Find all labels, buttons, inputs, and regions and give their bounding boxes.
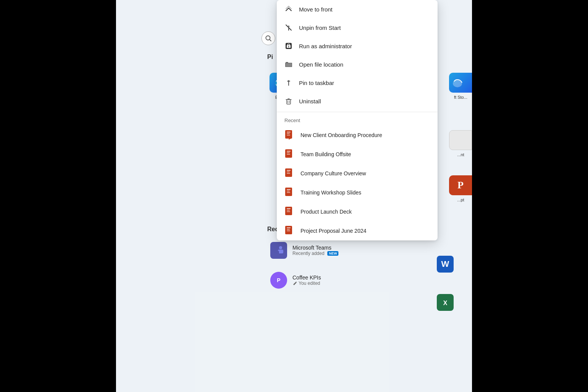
teams-icon <box>270 242 287 259</box>
search-svg <box>265 35 272 42</box>
recent-item-training-label: Training Workshop Slides <box>301 189 361 196</box>
recent-item-training[interactable]: Training Workshop Slides <box>277 183 438 202</box>
coffee-svg: P <box>274 275 284 285</box>
excel-svg: X <box>440 297 450 307</box>
pin-taskbar-icon <box>284 78 293 87</box>
context-menu: Move to front Unpin from Start <box>277 0 438 240</box>
unpin-start-label: Unpin from Start <box>299 24 341 31</box>
menu-separator <box>277 112 438 112</box>
search-icon[interactable] <box>261 31 275 45</box>
recent-item-team-building-label: Team Building Offsite <box>301 151 351 157</box>
screen: Pi Ec... <box>116 0 472 392</box>
run-admin-label: Run as administrator <box>299 43 352 49</box>
svg-point-14 <box>275 247 279 250</box>
ppt-file-svg-5 <box>284 206 295 217</box>
svg-rect-45 <box>285 188 292 196</box>
uninstall-label: Uninstall <box>299 98 321 105</box>
menu-item-run-admin[interactable]: Run as administrator <box>277 37 438 55</box>
recent-item-new-client[interactable]: P New Client Onboarding Procedure <box>277 126 438 145</box>
open-file-icon <box>284 60 293 69</box>
partial-right-icon-2 <box>449 130 472 150</box>
coffee-icon: P <box>270 272 287 289</box>
open-file-label: Open file location <box>299 61 343 68</box>
partial-right-icon-3: P <box>449 175 472 195</box>
svg-rect-41 <box>285 168 292 177</box>
partial-right-label-3: ...pt <box>450 198 471 202</box>
ppt-file-svg-1: P <box>284 130 295 140</box>
coffee-name: Coffee KPIs <box>292 274 321 281</box>
trash-svg <box>285 97 292 105</box>
menu-item-uninstall[interactable]: Uninstall <box>277 92 438 110</box>
svg-rect-46 <box>287 189 291 190</box>
svg-rect-43 <box>287 172 290 172</box>
recent-item-team-building[interactable]: Team Building Offsite <box>277 145 438 164</box>
pin-svg <box>285 79 292 87</box>
svg-rect-34 <box>287 133 290 134</box>
ppt-file-icon-2 <box>284 149 295 160</box>
ppt-file-svg-3 <box>284 168 295 179</box>
ppt-file-svg-4 <box>284 187 295 198</box>
svg-rect-55 <box>287 229 290 230</box>
new-badge: NEW <box>327 251 338 256</box>
unpin-start-icon <box>284 23 293 32</box>
recent-item-project-proposal[interactable]: Project Proposal June 2024 <box>277 221 438 240</box>
shield-svg <box>285 42 292 50</box>
teams-sub: Recently added NEW <box>292 251 338 256</box>
move-to-front-icon <box>284 5 293 13</box>
svg-rect-42 <box>287 170 291 171</box>
ppt-file-svg-6 <box>284 225 295 236</box>
svg-rect-47 <box>287 191 290 191</box>
pin-taskbar-label: Pin to taskbar <box>299 80 334 86</box>
uninstall-icon <box>284 97 293 105</box>
partial-right-label-1: ft Sto... <box>450 95 471 100</box>
svg-rect-37 <box>285 149 292 158</box>
recommended-item-teams[interactable]: Microsoft Teams Recently added NEW <box>267 239 451 262</box>
svg-text:P: P <box>289 137 291 140</box>
coffee-text: Coffee KPIs You edited <box>292 274 321 286</box>
svg-rect-38 <box>287 151 291 152</box>
svg-point-25 <box>288 46 289 47</box>
recent-item-company-culture-label: Company Culture Overview <box>301 170 366 176</box>
svg-text:X: X <box>443 300 448 306</box>
recent-item-new-client-label: New Client Onboarding Procedure <box>301 132 382 138</box>
move-to-front-label: Move to front <box>299 6 333 13</box>
excel-icon: X <box>437 294 454 311</box>
teams-svg <box>273 245 284 256</box>
recommended-right-excel[interactable]: X <box>434 291 472 314</box>
svg-rect-28 <box>287 100 291 104</box>
svg-rect-50 <box>287 208 291 209</box>
svg-rect-44 <box>287 173 290 174</box>
folder-svg <box>285 60 292 68</box>
svg-rect-51 <box>287 210 290 211</box>
recent-label: Recent <box>277 114 438 126</box>
partial-edge-svg <box>451 77 464 89</box>
svg-rect-53 <box>285 226 292 234</box>
recent-item-product-launch-label: Product Launch Deck <box>301 209 352 215</box>
menu-item-open-file[interactable]: Open file location <box>277 55 438 74</box>
svg-rect-15 <box>274 251 279 254</box>
teams-text: Microsoft Teams Recently added NEW <box>292 245 338 256</box>
menu-item-move-to-front[interactable]: Move to front <box>277 0 438 18</box>
ppt-file-icon-3 <box>284 168 295 179</box>
unpin-svg <box>285 24 292 31</box>
recommended-right-word[interactable]: W <box>434 253 472 276</box>
menu-item-unpin-start[interactable]: Unpin from Start <box>277 18 438 37</box>
ppt-file-icon-1: P <box>284 130 295 140</box>
word-icon: W <box>437 256 454 273</box>
recommended-item-coffee[interactable]: P Coffee KPIs You edited <box>267 269 451 292</box>
svg-rect-54 <box>287 227 291 228</box>
svg-rect-56 <box>287 230 290 231</box>
menu-item-pin-taskbar[interactable]: Pin to taskbar <box>277 74 438 92</box>
edit-icon <box>292 281 297 286</box>
pinned-label: Pi <box>267 54 273 60</box>
partial-right-icon-1 <box>449 73 472 93</box>
svg-rect-48 <box>287 192 290 193</box>
recent-item-product-launch[interactable]: Product Launch Deck <box>277 202 438 221</box>
ppt-file-icon-5 <box>284 206 295 217</box>
ppt-file-svg-2 <box>284 149 295 160</box>
svg-rect-49 <box>285 207 292 215</box>
move-front-svg <box>285 5 292 13</box>
svg-line-1 <box>270 39 271 41</box>
teams-name: Microsoft Teams <box>292 245 338 251</box>
recent-item-company-culture[interactable]: Company Culture Overview <box>277 164 438 183</box>
